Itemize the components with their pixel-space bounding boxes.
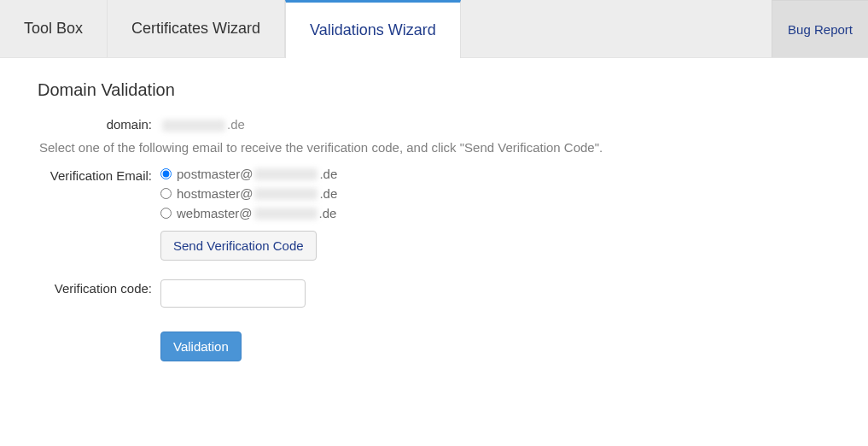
email-suffix-1: .de [319,186,337,201]
email-redacted-1 [254,188,317,200]
tab-validations[interactable]: Validations Wizard [285,0,461,58]
email-suffix-2: .de [319,206,337,220]
email-option-0[interactable]: postmaster@.de [160,167,844,181]
submit-row: Validation [24,326,844,361]
validation-button[interactable]: Validation [160,332,242,361]
tab-spacer [461,0,772,57]
email-redacted-0 [254,168,317,180]
domain-suffix: .de [227,117,245,132]
email-redacted-2 [254,208,317,220]
verification-code-row: Verification code: [24,279,844,308]
verification-email-row: Verification Email: postmaster@.de hostm… [24,167,844,261]
email-prefix-1: hostmaster@ [177,186,253,201]
email-suffix-0: .de [319,167,337,181]
email-option-1[interactable]: hostmaster@.de [160,186,844,201]
tab-bar: Tool Box Certificates Wizard Validations… [0,0,868,58]
email-radio-1[interactable] [160,188,172,199]
email-prefix-0: postmaster@ [177,167,253,181]
domain-row: domain: .de [24,115,844,132]
tab-toolbox[interactable]: Tool Box [0,0,108,57]
verification-email-label: Verification Email: [24,167,160,183]
verification-code-input[interactable] [160,279,306,308]
tab-bug-report[interactable]: Bug Report [772,0,868,57]
instructions-text: Select one of the following email to rec… [39,140,844,155]
domain-redacted [162,120,225,132]
domain-label: domain: [24,115,160,132]
email-radio-0[interactable] [160,168,172,179]
main-panel: Domain Validation domain: .de Select one… [0,58,868,404]
domain-value: .de [160,115,844,132]
send-verification-code-button[interactable]: Send Verification Code [160,231,317,261]
verification-code-label: Verification code: [24,279,160,296]
email-prefix-2: webmaster@ [177,206,253,220]
email-radio-2[interactable] [160,208,172,219]
page-title: Domain Validation [38,80,844,100]
tab-certificates[interactable]: Certificates Wizard [108,0,285,57]
email-option-2[interactable]: webmaster@.de [160,206,844,220]
